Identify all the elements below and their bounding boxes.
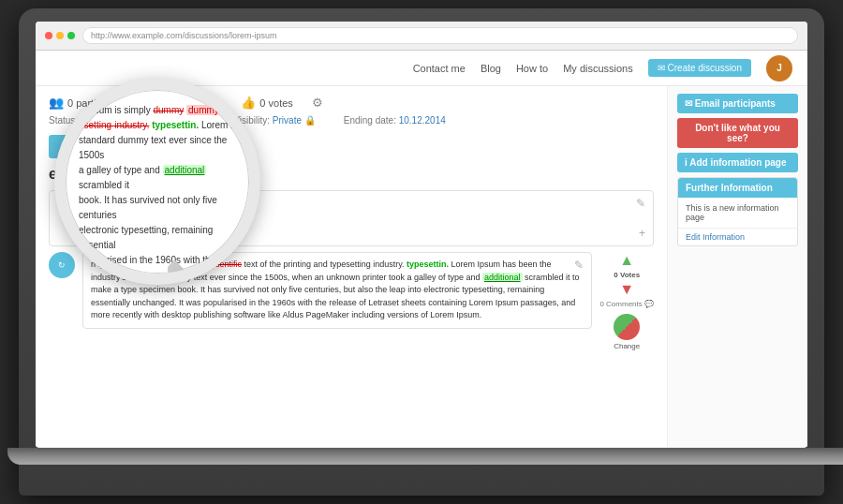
create-discussion-button[interactable]: ✉ Create discussion xyxy=(648,59,751,77)
dont-like-button[interactable]: Don't like what you see? xyxy=(677,118,798,148)
address-bar[interactable]: http://www.example.com/discussions/lorem… xyxy=(82,27,798,44)
ending-meta: Ending date: 10.12.2014 xyxy=(344,115,446,126)
add-info-button[interactable]: i Add information page xyxy=(677,153,798,172)
further-info-header: Further Information xyxy=(678,178,797,198)
minimize-dot[interactable] xyxy=(56,32,64,39)
avatar-icon: ↻ xyxy=(58,260,66,270)
vote-down-icon[interactable]: ▼ xyxy=(619,281,634,298)
magnifier-content: n Ipsum is simply dummy dummy, esetting-… xyxy=(66,90,249,285)
post-edit-icon[interactable]: ✎ xyxy=(636,197,645,210)
site-content: Contact me Blog How to My discussions ✉ … xyxy=(36,51,807,447)
email-participants-button[interactable]: ✉ Email participants xyxy=(677,94,798,113)
close-dot[interactable] xyxy=(45,32,52,39)
votes-count-value: 0 Votes xyxy=(614,271,640,279)
comment-avatar: ↻ xyxy=(49,252,75,278)
magnifier-overlay: n Ipsum is simply dummy dummy, esetting-… xyxy=(54,79,260,285)
post-add-icon[interactable]: + xyxy=(639,227,645,240)
inserted-text-typesettin: typesettin. xyxy=(407,259,449,269)
nav-howto[interactable]: How to xyxy=(516,63,548,74)
votes-icon: 👍 xyxy=(241,96,256,110)
settings-icon[interactable]: ⚙ xyxy=(312,96,323,110)
visibility-value: Private 🔒 xyxy=(273,115,316,126)
comment-edit-icon[interactable]: ✎ xyxy=(574,259,584,272)
vote-section: ▲ 0 Votes ▼ 0 Comments 💬 Change xyxy=(599,252,654,350)
user-avatar[interactable]: J xyxy=(766,55,792,82)
address-text: http://www.example.com/discussions/lorem… xyxy=(91,31,277,40)
further-info-box: Further Information This is a new inform… xyxy=(677,177,798,246)
mag-highlight-dummy: dummy xyxy=(186,105,221,115)
laptop-screen: http://www.example.com/discussions/lorem… xyxy=(36,22,807,448)
laptop-base xyxy=(7,448,843,465)
change-indicator xyxy=(614,314,640,340)
nav-blog[interactable]: Blog xyxy=(481,63,501,74)
maximize-dot[interactable] xyxy=(67,32,75,39)
mag-highlight-additional: additional xyxy=(163,165,207,175)
comment-count-value: 0 Comments 💬 xyxy=(599,300,654,308)
ending-label: Ending date: xyxy=(344,115,396,126)
mag-deleted-dummy: dummy xyxy=(153,105,184,115)
change-label: Change xyxy=(614,342,640,350)
highlighted-text-additional: additional xyxy=(482,273,523,282)
votes-count: 0 votes xyxy=(259,97,292,109)
edit-info-link[interactable]: Edit Information xyxy=(678,229,797,245)
participants-icon: 👥 xyxy=(49,96,64,110)
mag-deleted-industry: esetting-industry. xyxy=(79,120,149,130)
browser-dots xyxy=(45,32,75,39)
visibility-meta: Visibility: Private 🔒 xyxy=(233,115,315,126)
nav-contact[interactable]: Contact me xyxy=(413,63,466,74)
right-sidebar: ✉ Email participants Don't like what you… xyxy=(667,86,807,447)
mag-inserted-typesettin: typesettin. xyxy=(152,120,199,130)
ending-value: 10.12.2014 xyxy=(399,115,446,126)
further-info-body: This is a new information page xyxy=(678,198,797,229)
vote-up-icon[interactable]: ▲ xyxy=(619,252,634,269)
nav-my-discussions[interactable]: My discussions xyxy=(563,63,633,74)
votes-stat: 👍 0 votes xyxy=(241,96,292,110)
browser-chrome: http://www.example.com/discussions/lorem… xyxy=(36,22,807,51)
